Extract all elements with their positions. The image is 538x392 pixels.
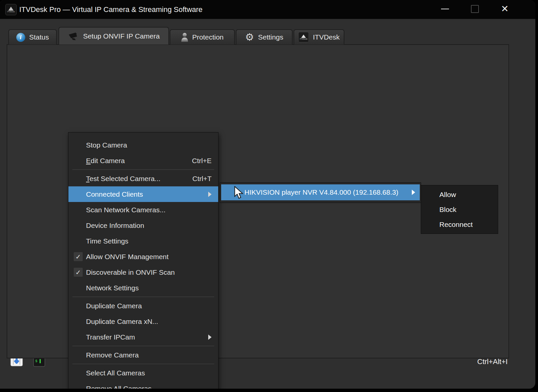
screen: ITVDesk ITVDesk Pro — Virtual IP Camera … [0, 0, 538, 392]
menu-item-remove-all-cameras[interactable]: Remove All Cameras [68, 381, 218, 389]
shortcut-label: Ctrl+E [192, 157, 212, 165]
client-item-hikvision[interactable]: HIKVISION player NVR V4.84.000 (192.168.… [221, 184, 420, 200]
titlebar: ITVDesk ITVDesk Pro — Virtual IP Camera … [0, 0, 535, 19]
camera-context-menu: Stop Camera Edit CameraCtrl+E Test Selec… [68, 132, 219, 389]
itvdesk-logo-icon: ITVDesk [298, 32, 309, 43]
camera-icon [68, 32, 79, 41]
menu-item-duplicate-camera-xn[interactable]: Duplicate Camera xN... [68, 314, 218, 329]
connected-clients-submenu: HIKVISION player NVR V4.84.000 (192.168.… [220, 182, 421, 203]
menu-item-network-settings[interactable]: Network Settings [68, 280, 218, 296]
menu-item-scan-network-cameras[interactable]: Scan Network Cameras... [68, 202, 218, 218]
menu-item-time-settings[interactable]: Time Settings [68, 233, 218, 249]
menu-item-test-selected-camera[interactable]: Test Selected Camera...Ctrl+T [68, 171, 218, 186]
menu-separator [72, 346, 214, 346]
client-actions-submenu: Allow Block Reconnect [421, 185, 498, 234]
checkmark-icon: ✓ [74, 252, 83, 261]
tab-status[interactable]: i Status [8, 29, 57, 45]
submenu-arrow-icon [412, 190, 415, 195]
menu-item-discoverable-in-onvif-scan[interactable]: ✓Discoverable in ONVIF Scan [68, 264, 218, 280]
gear-icon: ⚙ [245, 32, 254, 42]
tab-setup-label: Setup ONVIF IP Camera [83, 32, 160, 40]
close-button[interactable]: ✕ [495, 0, 514, 18]
app-logo-icon: ITVDesk [5, 4, 17, 15]
menu-item-allow-onvif-management[interactable]: ✓Allow ONVIF Management [68, 249, 218, 264]
maximize-button[interactable] [466, 0, 484, 18]
app-window: ITVDesk ITVDesk Pro — Virtual IP Camera … [0, 0, 535, 389]
menu-separator [72, 169, 214, 170]
svg-text:$ ▌: $ ▌ [35, 359, 42, 363]
menu-item-reconnect[interactable]: Reconnect [421, 217, 498, 232]
submenu-arrow-icon [208, 335, 212, 340]
menu-item-transfer-ipcam[interactable]: Transfer IPCam [68, 329, 218, 345]
tab-protection[interactable]: Protection [170, 29, 235, 45]
menu-item-device-information[interactable]: Device Information [68, 218, 218, 233]
mouse-cursor [233, 186, 243, 199]
menu-item-connected-clients[interactable]: Connected Clients [68, 186, 218, 202]
close-icon: ✕ [501, 4, 508, 14]
menu-item-block[interactable]: Block [421, 202, 498, 217]
tab-settings[interactable]: ⚙ Settings [236, 29, 293, 45]
window-title: ITVDesk Pro — Virtual IP Camera & Stream… [19, 0, 203, 19]
shortcut-label: Ctrl+T [192, 175, 212, 183]
tab-itvdesk[interactable]: ITVDesk ITVDesk [294, 29, 344, 45]
tab-status-label: Status [29, 33, 49, 41]
person-icon [181, 33, 188, 42]
maximize-icon [471, 5, 479, 13]
menu-item-select-all-cameras[interactable]: Select All Cameras [68, 365, 218, 381]
tab-setup-onvif-ip-camera[interactable]: Setup ONVIF IP Camera [58, 27, 169, 45]
info-icon: i [16, 33, 25, 42]
tab-settings-label: Settings [258, 33, 283, 41]
tab-protection-label: Protection [192, 33, 224, 41]
menu-item-edit-camera[interactable]: Edit CameraCtrl+E [68, 153, 218, 168]
global-shortcut-hint: Ctrl+Alt+I [477, 357, 508, 366]
menu-item-allow[interactable]: Allow [421, 187, 498, 202]
checkmark-icon: ✓ [74, 268, 83, 277]
menu-item-stop-camera[interactable]: Stop Camera [68, 137, 218, 153]
tab-itvdesk-label: ITVDesk [313, 33, 340, 41]
submenu-arrow-icon [208, 192, 212, 197]
menu-separator [72, 364, 214, 364]
menu-item-duplicate-camera[interactable]: Duplicate Camera [68, 298, 218, 314]
minimize-button[interactable] [436, 0, 454, 18]
minimize-icon [441, 9, 449, 9]
menu-item-remove-camera[interactable]: Remove Camera [68, 347, 218, 363]
menu-separator [72, 297, 214, 297]
